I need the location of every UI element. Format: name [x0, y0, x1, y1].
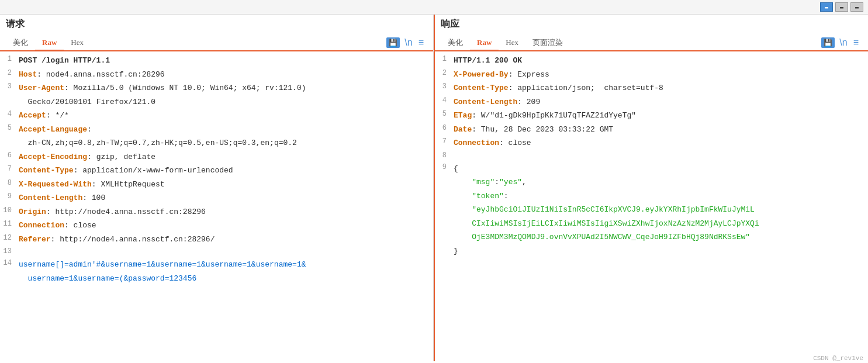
- table-row: 5 ETag: W/"d1-gDk9HpIpKk71U7qTFAZ2idYyeT…: [435, 109, 868, 123]
- line-content: Connection: close: [16, 219, 433, 233]
- response-tab-render[interactable]: 页面渲染: [525, 35, 570, 51]
- table-row: CIxIiwiMSIsIjEiLCIxIiwiMSIsIigiXSwiZXhwI…: [435, 217, 868, 231]
- request-newline-icon[interactable]: \n: [403, 36, 413, 49]
- line-number: 11: [0, 219, 16, 228]
- request-menu-icon[interactable]: ≡: [417, 36, 425, 49]
- line-content: OjE3MDM3MzQOMDJ9.ovnVvXPUAd2I5NWCWV_CqeJ…: [451, 230, 868, 244]
- table-row: 9 Content-Length: 100: [0, 191, 433, 205]
- table-row: "eyJhbGciOiJIUzI1NiIsInR5cCI6IkpXVCJ9.ey…: [435, 203, 868, 217]
- table-row: }: [435, 244, 868, 258]
- request-panel: 请求 美化 Raw Hex 💾 \n ≡ 1 POST /login HTTP/…: [0, 15, 434, 361]
- line-number: 6: [435, 123, 451, 132]
- line-number: 3: [0, 81, 16, 91]
- close-button[interactable]: ▬: [850, 2, 863, 12]
- line-content: "token":: [451, 189, 868, 203]
- minimize-button[interactable]: ▬: [835, 2, 848, 12]
- line-content: Host: node4.anna.nssctf.cn:28296: [16, 68, 433, 82]
- request-tab-hex[interactable]: Hex: [64, 36, 91, 51]
- table-row: "msg":"yes",: [435, 175, 868, 189]
- line-number: 7: [435, 136, 451, 146]
- line-content: Accept-Encoding: gzip, deflate: [16, 150, 433, 164]
- table-row: 7 Connection: close: [435, 136, 868, 150]
- table-row: 6 Accept-Encoding: gzip, deflate: [0, 150, 433, 164]
- line-number: 10: [0, 205, 16, 215]
- line-content: Referer: http://node4.anna.nssctf.cn:282…: [16, 233, 433, 247]
- line-content: HTTP/1.1 200 OK: [451, 54, 868, 68]
- line-number: 5: [0, 123, 16, 132]
- line-content: zh-CN,zh;q=0.8,zh-TW;q=0.7,zh-HK;q=0.5,e…: [16, 136, 433, 150]
- line-number: 5: [435, 109, 451, 118]
- table-row: 1 HTTP/1.1 200 OK: [435, 54, 868, 68]
- main-container: 请求 美化 Raw Hex 💾 \n ≡ 1 POST /login HTTP/…: [0, 15, 868, 361]
- response-tab-hex[interactable]: Hex: [499, 36, 525, 51]
- table-row: 7 Content-Type: application/x-www-form-u…: [0, 164, 433, 178]
- table-row: 14 username[]=admin'#&username=1&usernam…: [0, 258, 433, 272]
- line-number: 7: [0, 164, 16, 173]
- line-number: [435, 217, 451, 218]
- line-content: CIxIiwiMSIsIjEiLCIxIiwiMSIsIigiXSwiZXhwI…: [451, 217, 868, 231]
- response-panel: 响应 美化 Raw Hex 页面渲染 💾 \n ≡ 1 HTTP/1.1 200…: [435, 15, 868, 361]
- line-content: Accept-Language:: [16, 123, 433, 137]
- response-tab-raw[interactable]: Raw: [470, 36, 499, 51]
- line-number: 4: [0, 109, 16, 118]
- table-row: zh-CN,zh;q=0.8,zh-TW;q=0.7,zh-HK;q=0.5,e…: [0, 136, 433, 150]
- table-row: Gecko/20100101 Firefox/121.0: [0, 95, 433, 109]
- table-row: 8 X-Requested-With: XMLHttpRequest: [0, 178, 433, 192]
- line-content: Accept: */*: [16, 109, 433, 123]
- request-tab-raw[interactable]: Raw: [35, 36, 64, 51]
- table-row: 2 Host: node4.anna.nssctf.cn:28296: [0, 68, 433, 82]
- line-content: "msg":"yes",: [451, 175, 868, 189]
- line-number: 8: [0, 178, 16, 187]
- response-tabs-row: 美化 Raw Hex 页面渲染 💾 \n ≡: [441, 33, 862, 50]
- line-content: ETag: W/"d1-gDk9HpIpKk71U7qTFAZ2idYyeTg": [451, 109, 868, 123]
- line-number: [435, 203, 451, 204]
- line-content: [451, 150, 868, 153]
- table-row: 13: [0, 246, 433, 258]
- table-row: 4 Content-Length: 209: [435, 95, 868, 109]
- line-content: [16, 246, 433, 248]
- response-tab-beautify[interactable]: 美化: [441, 35, 470, 51]
- line-content: username=1&username=(&password=123456: [16, 272, 433, 286]
- request-save-icon[interactable]: 💾: [386, 37, 400, 48]
- line-number: [0, 272, 16, 273]
- response-tab-icons: 💾 \n ≡: [821, 36, 862, 49]
- line-content: POST /login HTTP/1.1: [16, 54, 433, 68]
- response-save-icon[interactable]: 💾: [821, 37, 835, 48]
- request-title: 请求: [6, 18, 427, 33]
- line-number: [435, 230, 451, 231]
- line-number: 3: [435, 81, 451, 91]
- line-number: 4: [435, 95, 451, 105]
- line-number: [435, 244, 451, 246]
- line-number: 1: [0, 54, 16, 63]
- line-content: X-Requested-With: XMLHttpRequest: [16, 178, 433, 192]
- maximize-button[interactable]: ▬: [820, 2, 833, 12]
- response-header: 响应 美化 Raw Hex 页面渲染 💾 \n ≡: [435, 15, 868, 51]
- table-row: 1 POST /login HTTP/1.1: [0, 54, 433, 68]
- line-content: Content-Type: application/json; charset=…: [451, 81, 868, 95]
- line-content: Content-Length: 100: [16, 191, 433, 205]
- line-content: "eyJhbGciOiJIUzI1NiIsInR5cCI6IkpXVCJ9.ey…: [451, 203, 868, 217]
- line-number: 8: [435, 150, 451, 160]
- request-content: 1 POST /login HTTP/1.1 2 Host: node4.ann…: [0, 51, 433, 361]
- table-row: 11 Connection: close: [0, 219, 433, 233]
- line-number: [0, 95, 16, 96]
- table-row: 3 User-Agent: Mozilla/5.0 (Windows NT 10…: [0, 81, 433, 95]
- request-header: 请求 美化 Raw Hex 💾 \n ≡: [0, 15, 433, 51]
- footer-text: CSDN @_rev1ve: [808, 354, 868, 363]
- table-row: 4 Accept: */*: [0, 109, 433, 123]
- line-number: 2: [0, 68, 16, 77]
- table-row: 6 Date: Thu, 28 Dec 2023 03:33:22 GMT: [435, 123, 868, 137]
- table-row: username=1&username=(&password=123456: [0, 272, 433, 286]
- table-row: 2 X-Powered-By: Express: [435, 68, 868, 82]
- line-content: Origin: http://node4.anna.nssctf.cn:2829…: [16, 205, 433, 219]
- table-row: 9 {: [435, 162, 868, 176]
- response-title: 响应: [441, 18, 862, 33]
- line-content: Content-Length: 209: [451, 95, 868, 109]
- response-newline-icon[interactable]: \n: [838, 36, 848, 49]
- response-menu-icon[interactable]: ≡: [852, 36, 860, 49]
- line-number: 9: [0, 191, 16, 200]
- line-number: 9: [435, 162, 451, 171]
- line-content: username[]=admin'#&username=1&username=1…: [16, 258, 433, 272]
- top-bar: ▬ ▬ ▬: [0, 0, 868, 15]
- request-tab-beautify[interactable]: 美化: [6, 35, 35, 51]
